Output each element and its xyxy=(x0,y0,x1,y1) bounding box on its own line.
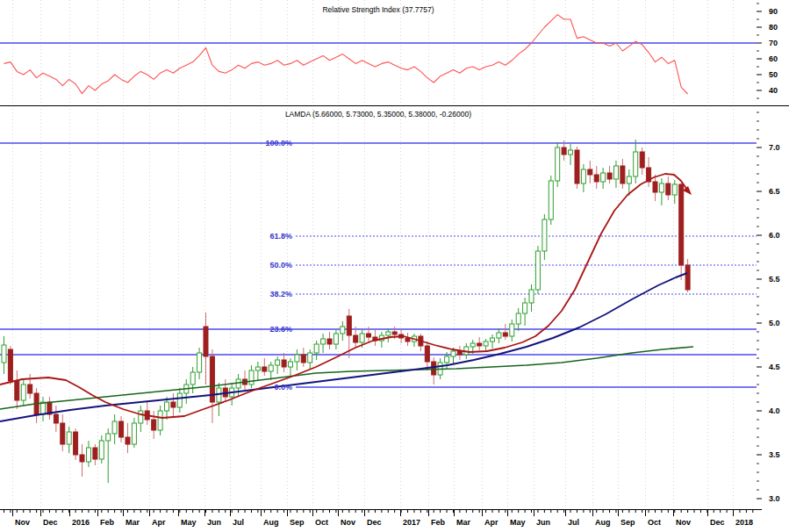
price-axis-label: 5.5 xyxy=(769,275,780,284)
x-axis-label: May xyxy=(510,518,526,527)
x-axis-label: Nov xyxy=(341,518,355,527)
x-axis-label: Jun xyxy=(207,518,221,527)
price-axis-label: 4.0 xyxy=(769,406,780,415)
trading-chart-window: 9080706050407.06.56.05.55.04.54.03.53.0N… xyxy=(0,0,789,532)
x-axis-label: Jul xyxy=(233,518,244,527)
x-axis-label: Nov xyxy=(15,518,30,527)
rsi-axis-label: 60 xyxy=(769,54,778,63)
x-axis-label: Aug xyxy=(595,518,611,527)
rsi-panel-title: Relative Strength Index (37.7757) xyxy=(0,5,757,14)
x-axis-label: Dec xyxy=(43,518,58,527)
x-axis-label: Nov xyxy=(676,518,691,527)
x-axis-label: Apr xyxy=(484,518,499,527)
price-axis-label: 6.5 xyxy=(769,187,780,196)
rsi-axis-label: 90 xyxy=(769,7,778,16)
symbol-ohlc-title: LAMDA (5.66000, 5.73000, 5.35000, 5.3800… xyxy=(0,110,757,119)
rsi-axis-label: 50 xyxy=(769,70,778,79)
price-axis-label: 6.0 xyxy=(769,231,780,240)
x-axis-label: 2017 xyxy=(403,518,420,527)
x-axis-label: Sep xyxy=(290,518,305,527)
price-axis-label: 7.0 xyxy=(769,143,780,152)
x-axis-label: Dec xyxy=(710,518,725,527)
price-axis-label: 4.5 xyxy=(769,363,780,371)
x-axis-label: Oct xyxy=(648,518,661,527)
rsi-axis-label: 80 xyxy=(769,23,778,32)
x-axis-label: Feb xyxy=(100,518,115,527)
x-axis-label: Apr xyxy=(152,518,166,527)
x-axis-label: Oct xyxy=(315,518,328,527)
x-axis-label: Jun xyxy=(536,518,550,527)
price-axis-label: 5.0 xyxy=(769,319,780,327)
x-axis-label: Dec xyxy=(367,518,382,527)
x-axis-label: 2016 xyxy=(72,518,90,527)
x-axis-label: 2018 xyxy=(735,518,753,527)
x-axis-label: Mar xyxy=(456,518,471,527)
price-axis-label: 3.5 xyxy=(769,450,780,459)
rsi-axis-label: 40 xyxy=(769,86,778,95)
x-axis-label: Mar xyxy=(126,518,140,527)
x-axis-label: Sep xyxy=(620,518,635,527)
rsi-indicator-panel[interactable]: Relative Strength Index (37.7757) xyxy=(0,0,757,105)
x-axis-label: Aug xyxy=(263,518,279,527)
price-axis-label: 3.0 xyxy=(769,494,780,503)
x-axis-label: Jul xyxy=(568,518,579,527)
rsi-axis-label: 70 xyxy=(769,39,778,47)
x-axis-label: May xyxy=(181,518,197,527)
x-axis-label: Feb xyxy=(431,518,446,527)
price-chart-panel[interactable]: LAMDA (5.66000, 5.73000, 5.35000, 5.3800… xyxy=(0,105,757,509)
